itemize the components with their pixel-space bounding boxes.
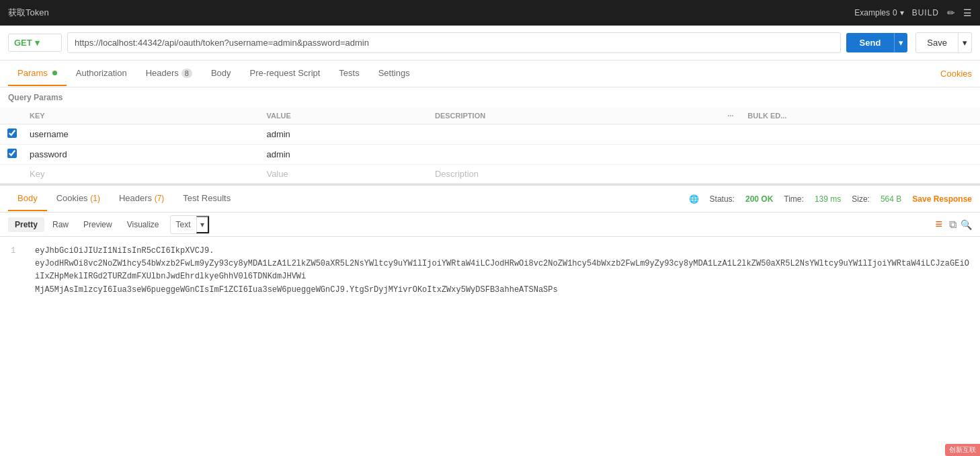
resp-tab-body[interactable]: Body: [8, 186, 47, 211]
row-empty-value[interactable]: Value: [261, 165, 430, 184]
row1-extra: [742, 124, 980, 145]
line-number-1: 1: [11, 245, 27, 258]
time-value: 139 ms: [815, 194, 841, 204]
status-label: Status:: [710, 194, 735, 204]
params-dot-indicator: [52, 71, 57, 75]
resp-headers-count: (7): [155, 194, 165, 203]
comment-icon-button[interactable]: ☰: [963, 7, 972, 18]
row-empty-extra: [742, 165, 980, 184]
tab-body-label: Body: [211, 68, 231, 78]
row1-value[interactable]: admin: [261, 124, 430, 145]
row1-key[interactable]: username: [24, 124, 261, 145]
method-chevron-icon: ▾: [35, 38, 40, 48]
row2-description: [430, 145, 722, 165]
text-type-dropdown[interactable]: ▾: [196, 216, 209, 233]
tab-params[interactable]: Params: [8, 61, 67, 86]
size-value: 564 B: [881, 194, 901, 204]
tab-prerequest-label: Pre-request Script: [250, 68, 321, 78]
row-empty-description[interactable]: Description: [430, 165, 722, 184]
resp-tab-cookies-label: Cookies: [56, 193, 88, 203]
col-description: DESCRIPTION: [430, 108, 722, 124]
text-type-button[interactable]: Text: [171, 217, 196, 232]
row-empty-checkbox-cell: [0, 165, 24, 184]
code-line-1: 1 eyJhbGciOiJIUzI1NiIsInR5cCI6IkpXVCJ9.: [11, 245, 969, 258]
row2-checkbox[interactable]: [7, 149, 17, 158]
headers-badge: 8: [181, 69, 192, 78]
save-button-group: Save ▾: [915, 32, 972, 53]
row2-dots: [722, 145, 742, 165]
format-preview-button[interactable]: Preview: [77, 217, 119, 232]
tab-headers[interactable]: Headers 8: [136, 61, 202, 86]
top-bar-right: Examples 0 ▾ BUILD ✏ ☰: [854, 7, 972, 18]
code-line-2: eyJodHRwOi8vc2NoZW1hcy54bWxzb2FwLm9yZy93…: [11, 258, 969, 283]
row2-extra: [742, 145, 980, 165]
row-empty-key[interactable]: Key: [24, 165, 261, 184]
edit-icon-button[interactable]: ✏: [947, 7, 955, 18]
tab-tests-label: Tests: [339, 68, 359, 78]
tab-tests[interactable]: Tests: [329, 61, 368, 86]
line-number-2: [11, 258, 27, 283]
url-input[interactable]: [67, 32, 841, 53]
tab-body[interactable]: Body: [202, 61, 241, 86]
code-text-3[interactable]: MjA5MjAsImlzcyI6Iua3seW6pueggeWGnCIsImF1…: [35, 284, 558, 297]
code-text-2[interactable]: eyJodHRwOi8vc2NoZW1hcy54bWxzb2FwLm9yZy93…: [35, 258, 969, 283]
row2-value[interactable]: admin: [261, 145, 430, 165]
row1-checkbox[interactable]: [7, 128, 17, 138]
method-select[interactable]: GET ▾: [8, 34, 62, 52]
resp-tab-headers[interactable]: Headers (7): [110, 186, 173, 211]
format-lines-icon-button[interactable]: ≡: [935, 217, 942, 231]
row2-checkbox-cell[interactable]: [0, 145, 24, 165]
url-bar: GET ▾ Send ▾ Save ▾: [0, 26, 980, 61]
row1-description: [430, 124, 722, 145]
response-status-right: 🌐 Status: 200 OK Time: 139 ms Size: 564 …: [689, 194, 972, 204]
send-button-group: Send ▾: [846, 33, 908, 52]
resp-tab-headers-label: Headers: [119, 193, 152, 203]
resp-tab-test-results[interactable]: Test Results: [173, 186, 240, 211]
send-button[interactable]: Send: [846, 33, 895, 52]
format-visualize-button[interactable]: Visualize: [120, 217, 166, 232]
tab-authorization[interactable]: Authorization: [67, 61, 136, 86]
search-icon-button[interactable]: 🔍: [961, 219, 972, 230]
tab-settings[interactable]: Settings: [369, 61, 419, 86]
examples-label: Examples: [854, 8, 890, 17]
cookies-right-link[interactable]: Cookies: [940, 69, 972, 79]
time-label: Time:: [784, 194, 804, 204]
table-row: username admin: [0, 124, 980, 145]
copy-icon-button[interactable]: ⧉: [949, 219, 956, 231]
save-response-button[interactable]: Save Response: [912, 194, 972, 204]
chevron-down-icon: ▾: [900, 8, 904, 17]
resp-tab-body-label: Body: [17, 193, 38, 203]
request-tabs-row: Params Authorization Headers 8 Body Pre-…: [0, 61, 980, 87]
format-bar: Pretty Raw Preview Visualize Text ▾ ≡ ⧉ …: [0, 213, 980, 237]
row2-key[interactable]: password: [24, 145, 261, 165]
bulk-edit-button[interactable]: Bulk Ed...: [742, 108, 980, 124]
save-dropdown-button[interactable]: ▾: [958, 32, 972, 53]
tab-prerequest[interactable]: Pre-request Script: [241, 61, 330, 86]
send-dropdown-button[interactable]: ▾: [894, 33, 907, 52]
line-number-3: [11, 284, 27, 297]
row1-checkbox-cell[interactable]: [0, 124, 24, 145]
examples-count: 0: [893, 8, 897, 17]
format-raw-button[interactable]: Raw: [46, 217, 75, 232]
top-bar: 获取Token Examples 0 ▾ BUILD ✏ ☰: [0, 0, 980, 26]
col-key: KEY: [24, 108, 261, 124]
row-empty-dots: [722, 165, 742, 184]
format-pretty-button[interactable]: Pretty: [8, 217, 44, 232]
tab-authorization-label: Authorization: [76, 68, 127, 78]
build-button[interactable]: BUILD: [912, 8, 939, 17]
text-type-group: Text ▾: [170, 215, 210, 234]
code-area: 1 eyJhbGciOiJIUzI1NiIsInR5cCI6IkpXVCJ9. …: [0, 237, 980, 305]
resp-tab-cookies[interactable]: Cookies (1): [47, 186, 110, 211]
code-text-1[interactable]: eyJhbGciOiJIUzI1NiIsInR5cCI6IkpXVCJ9.: [35, 245, 214, 258]
globe-icon: 🌐: [689, 194, 699, 204]
tab-headers-label: Headers: [146, 68, 179, 78]
params-area: Query Params KEY VALUE DESCRIPTION ··· B…: [0, 87, 980, 184]
size-label: Size:: [852, 194, 870, 204]
examples-button[interactable]: Examples 0 ▾: [854, 8, 903, 17]
save-button[interactable]: Save: [915, 32, 958, 53]
params-table: KEY VALUE DESCRIPTION ··· Bulk Ed... use…: [0, 108, 980, 184]
table-row: password admin: [0, 145, 980, 165]
col-check: [0, 108, 24, 124]
col-value: VALUE: [261, 108, 430, 124]
response-wrapper: Body Cookies (1) Headers (7) Test Result…: [0, 184, 980, 305]
